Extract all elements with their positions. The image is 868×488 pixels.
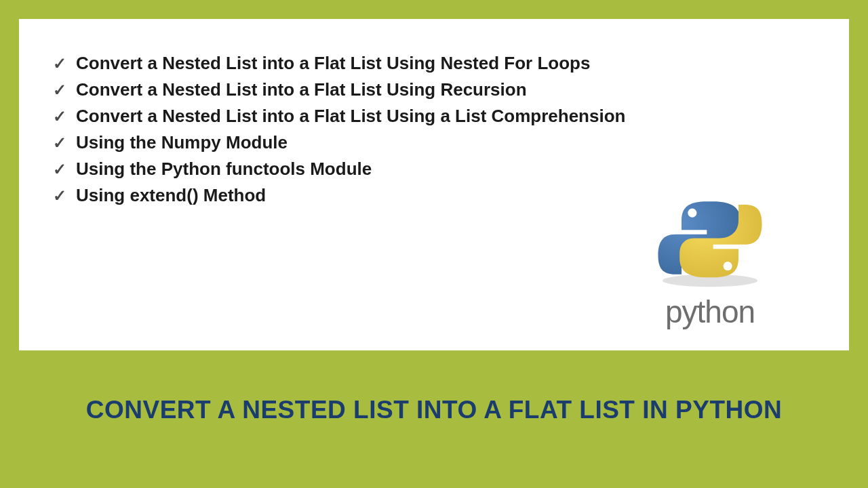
methods-list: ✓ Convert a Nested List into a Flat List… [53, 53, 822, 206]
slide-title: CONVERT A NESTED LIST INTO A FLAT LIST I… [86, 396, 782, 424]
checkmark-icon: ✓ [53, 134, 66, 152]
list-item-text: Using the Numpy Module [76, 132, 288, 153]
checkmark-icon: ✓ [53, 81, 66, 100]
list-item: ✓ Using the Numpy Module [53, 132, 822, 153]
checkmark-icon: ✓ [53, 107, 66, 126]
list-item-text: Convert a Nested List into a Flat List U… [76, 106, 625, 127]
list-item: ✓ Convert a Nested List into a Flat List… [53, 106, 822, 127]
svg-point-1 [688, 209, 696, 218]
list-item: ✓ Convert a Nested List into a Flat List… [53, 53, 822, 74]
content-area: ✓ Convert a Nested List into a Flat List… [19, 19, 849, 350]
title-bar: CONVERT A NESTED LIST INTO A FLAT LIST I… [19, 350, 849, 469]
list-item-text: Convert a Nested List into a Flat List U… [76, 53, 590, 74]
list-item: ✓ Using the Python functools Module [53, 159, 822, 180]
checkmark-icon: ✓ [53, 54, 66, 73]
checkmark-icon: ✓ [53, 160, 66, 179]
slide-container: ✓ Convert a Nested List into a Flat List… [19, 19, 849, 469]
list-item: ✓ Convert a Nested List into a Flat List… [53, 79, 822, 100]
checkmark-icon: ✓ [53, 186, 66, 205]
list-item-text: Using extend() Method [76, 185, 266, 206]
python-logo-text: python [665, 293, 755, 330]
svg-point-2 [724, 262, 732, 270]
python-logo-icon [646, 195, 774, 290]
list-item-text: Using the Python functools Module [76, 159, 372, 180]
list-item-text: Convert a Nested List into a Flat List U… [76, 79, 527, 100]
python-logo: python [622, 195, 798, 330]
